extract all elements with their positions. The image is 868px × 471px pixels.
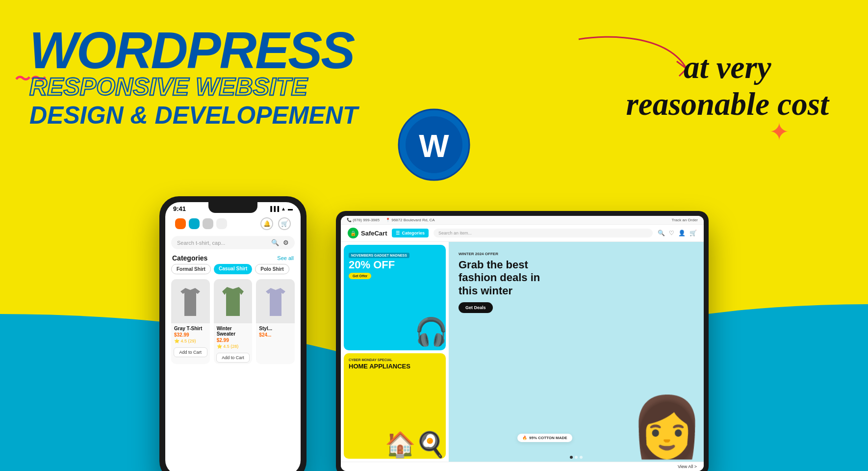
app-icon[interactable] [175, 218, 186, 229]
search-nav-icon[interactable]: 🔍 [658, 230, 665, 236]
product-img-1 [171, 279, 210, 323]
phone-number: 📞 (678) 999-3985 [347, 218, 380, 222]
categories-dropdown-btn[interactable]: ☰ Categories [392, 229, 429, 237]
winter-offer-tag: WINTER 2024 OFFER [459, 252, 694, 256]
product-img-3 [256, 279, 295, 323]
app-icon[interactable] [189, 218, 200, 229]
fire-icon: 🔥 [522, 436, 527, 440]
headline-wordpress: WORDPRESS [29, 25, 358, 76]
product-info-1: Gray T-Shirt $32.99 ⭐ 4.5 (29) [171, 323, 210, 346]
devices-container: 9:41 ▐▐▐ ▲ ▬ 🔔 🛒 [0, 186, 868, 471]
headline-design: DESIGN & DEVELOPEMENT [29, 102, 358, 129]
product-price-1: $32.99 [174, 332, 207, 338]
phone-products-grid: Gray T-Shirt $32.99 ⭐ 4.5 (29) Add to Ca… [165, 277, 301, 366]
gadget-banner-discount: 20% OFF [349, 260, 441, 270]
product-name-1: Gray T-Shirt [174, 326, 207, 331]
cart-nav-icon[interactable]: 🛒 [689, 230, 697, 236]
tablet-screen: 📞 (678) 999-3985 📍 96872 Boulevard Rd, C… [341, 216, 704, 471]
phone-search-text: Search t-shirt, cap... [177, 240, 267, 246]
chip-polo-shirt[interactable]: Polo Shirt [255, 264, 289, 274]
tablet-topbar: 📞 (678) 999-3985 📍 96872 Boulevard Rd, C… [341, 216, 704, 225]
phone-notification-icons: 🔔 🛒 [260, 217, 291, 230]
tagline-line1: at very [626, 49, 829, 86]
wifi-icon: ▲ [281, 206, 286, 211]
product-rating-1: ⭐ 4.5 (29) [174, 339, 207, 343]
chip-casual-shirt[interactable]: Casual Shirt [214, 264, 252, 274]
safecart-logo[interactable]: 🔒 SafeCart [348, 228, 387, 238]
product-name-3: Styl... [259, 326, 292, 331]
view-all-bar: View All > [341, 462, 704, 471]
gadget-banner-btn[interactable]: Get Offer [349, 273, 371, 279]
filter-icon[interactable]: ⚙ [283, 239, 289, 246]
tablet-nav-icons: 🔍 ♡ 👤 🛒 [658, 230, 697, 236]
phone-category-chips: Formal Shirt Casual Shirt Polo Shirt [165, 264, 301, 277]
wordpress-logo: W [397, 108, 471, 183]
signal-icon: ▐▐▐ [269, 206, 279, 211]
see-all-link[interactable]: See all [277, 255, 294, 261]
tablet-hero: NOVEMBERS GADGET MADNESS 20% OFF Get Off… [341, 242, 704, 462]
slider-dots [570, 456, 583, 459]
cart-icon[interactable]: 🛒 [278, 217, 291, 230]
dot-2[interactable] [575, 456, 578, 459]
track-order-link[interactable]: Track an Order [672, 218, 698, 222]
headphones-icon: 🎧 [414, 316, 446, 348]
logo-text: SafeCart [361, 230, 387, 237]
tagline-line2: reasonable cost [626, 86, 829, 123]
dot-3[interactable] [580, 456, 583, 459]
svg-text:W: W [419, 128, 449, 164]
tablet-mockup: 📞 (678) 999-3985 📍 96872 Boulevard Rd, C… [336, 211, 709, 471]
product-info-3: Styl... $24... [256, 323, 295, 340]
phone-mockup: 9:41 ▐▐▐ ▲ ▬ 🔔 🛒 [159, 196, 306, 471]
add-to-cart-btn-2[interactable]: Add to Cart [216, 353, 250, 363]
gadget-banner: NOVEMBERS GADGET MADNESS 20% OFF Get Off… [344, 245, 446, 350]
product-card-3: Styl... $24... [256, 279, 295, 364]
wishlist-icon[interactable]: ♡ [669, 230, 674, 236]
fashion-hero-content: WINTER 2024 OFFER Grab the best fashion … [449, 242, 704, 323]
app-icon[interactable] [203, 218, 213, 229]
add-to-cart-btn-1[interactable]: Add to Cart [174, 347, 207, 357]
phone-app-icons-row: 🔔 🛒 [165, 213, 301, 234]
chip-formal-shirt[interactable]: Formal Shirt [171, 264, 211, 274]
phone-notch [208, 202, 257, 213]
star-icon-1: ⭐ [174, 339, 179, 343]
product-card-1: Gray T-Shirt $32.99 ⭐ 4.5 (29) Add to Ca… [171, 279, 210, 364]
account-icon[interactable]: 👤 [678, 230, 686, 236]
product-rating-2: ⭐ 4.5 (28) [217, 344, 250, 349]
hamburger-icon: ☰ [396, 231, 400, 236]
product-price-2: $2.99 [217, 338, 250, 343]
star-icon-2: ⭐ [217, 344, 222, 349]
get-deals-btn[interactable]: Get Deals [459, 302, 493, 313]
product-name-2: Winter Sweater [217, 326, 250, 337]
cotton-badge: 🔥 95% COTTON MADE [517, 434, 572, 442]
phone-signal-icons: ▐▐▐ ▲ ▬ [269, 206, 293, 211]
bell-icon[interactable]: 🔔 [260, 217, 273, 230]
logo-icon: 🔒 [348, 228, 358, 238]
phone-categories-header: Categories See all [165, 251, 301, 264]
battery-icon: ▬ [288, 206, 293, 211]
tagline-block: at very reasonable cost [626, 49, 829, 123]
fashion-headline: Grab the best fashion deals in this wint… [459, 259, 557, 297]
app-icon[interactable] [216, 218, 227, 229]
svg-marker-4 [222, 287, 244, 316]
product-price-3: $24... [259, 332, 292, 338]
search-icon[interactable]: 🔍 [271, 239, 279, 246]
gadget-banner-tag: NOVEMBERS GADGET MADNESS [349, 253, 409, 258]
address: 📍 96872 Boulevard Rd, CA [385, 218, 435, 222]
tablet-contact-info: 📞 (678) 999-3985 📍 96872 Boulevard Rd, C… [347, 218, 435, 222]
categories-title: Categories [172, 254, 207, 262]
appliances-banner: CYBER MONDAY SPECIAL HOME APPLIANCES 🏠🍳 [344, 353, 446, 459]
model-image: 👩 [630, 392, 704, 462]
appliances-banner-title: HOME APPLIANCES [349, 363, 441, 370]
phone-time: 9:41 [173, 205, 186, 212]
view-all-link[interactable]: View All > [678, 464, 697, 469]
product-info-2: Winter Sweater $2.99 ⭐ 4.5 (28) [214, 323, 253, 351]
dot-1[interactable] [570, 456, 573, 459]
appliances-banner-tag: CYBER MONDAY SPECIAL [349, 358, 441, 362]
phone-search-bar[interactable]: Search t-shirt, cap... 🔍 ⚙ [171, 236, 295, 249]
main-headline-block: WORDPRESS RESPONSIVE WEBSITE DESIGN & DE… [29, 25, 358, 129]
phone-screen: 9:41 ▐▐▐ ▲ ▬ 🔔 🛒 [165, 202, 301, 471]
app-grid [175, 218, 227, 229]
tablet-navbar: 🔒 SafeCart ☰ Categories Search an item..… [341, 225, 704, 242]
tablet-search-input[interactable]: Search an item... [434, 229, 653, 237]
fashion-hero: WINTER 2024 OFFER Grab the best fashion … [449, 242, 704, 462]
